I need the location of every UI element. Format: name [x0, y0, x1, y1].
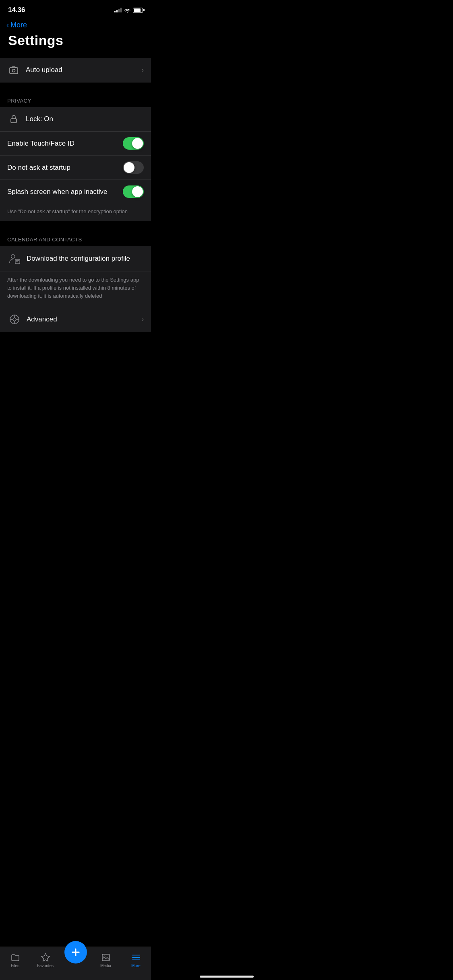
do-not-ask-row[interactable]: Do not ask at startup — [0, 156, 151, 180]
advanced-chevron: › — [142, 316, 144, 323]
advanced-row[interactable]: Advanced › — [0, 307, 151, 332]
svg-point-8 — [13, 318, 16, 321]
battery-icon — [133, 8, 143, 13]
calendar-section-header: CALENDAR AND CONTACTS — [0, 229, 151, 246]
touch-face-id-label: Enable Touch/Face ID — [7, 140, 123, 148]
back-label: More — [10, 21, 27, 29]
touch-face-id-toggle[interactable] — [123, 137, 144, 150]
lock-row[interactable]: Lock: On — [0, 107, 151, 132]
do-not-ask-label: Do not ask at startup — [7, 164, 123, 172]
signal-icon — [114, 8, 122, 12]
status-time: 14.36 — [8, 6, 25, 14]
camera-icon — [7, 64, 20, 76]
page-title: Settings — [0, 31, 151, 58]
splash-screen-label: Splash screen when app inactive — [7, 188, 123, 196]
svg-rect-2 — [11, 119, 17, 123]
wifi-icon — [124, 8, 130, 12]
status-bar: 14.36 — [0, 0, 151, 18]
svg-rect-0 — [10, 68, 18, 74]
lock-label: Lock: On — [26, 115, 144, 123]
calendar-description: After the downloading you need to go to … — [0, 272, 151, 307]
advanced-icon — [7, 312, 22, 327]
back-chevron-icon: ‹ — [6, 21, 9, 29]
status-icons — [114, 8, 143, 13]
splash-screen-toggle[interactable] — [123, 185, 144, 198]
auto-upload-label: Auto upload — [26, 66, 142, 74]
privacy-description: Use "Do not ask at startup" for the encr… — [0, 204, 151, 221]
profile-icon — [7, 251, 22, 266]
svg-point-3 — [11, 254, 15, 258]
section-gap-2 — [0, 221, 151, 229]
svg-point-1 — [12, 69, 15, 72]
auto-upload-row[interactable]: Auto upload › — [0, 58, 151, 82]
lock-icon — [7, 113, 20, 126]
auto-upload-chevron: › — [142, 66, 144, 74]
splash-screen-row[interactable]: Splash screen when app inactive — [0, 180, 151, 204]
do-not-ask-toggle[interactable] — [123, 161, 144, 174]
section-gap — [0, 82, 151, 90]
touch-face-id-row[interactable]: Enable Touch/Face ID — [0, 132, 151, 156]
download-profile-row[interactable]: Download the configuration profile — [0, 246, 151, 272]
back-nav[interactable]: ‹ More — [0, 18, 151, 31]
download-profile-label: Download the configuration profile — [27, 255, 144, 263]
advanced-label: Advanced — [27, 315, 142, 323]
privacy-section-header: PRIVACY — [0, 90, 151, 107]
